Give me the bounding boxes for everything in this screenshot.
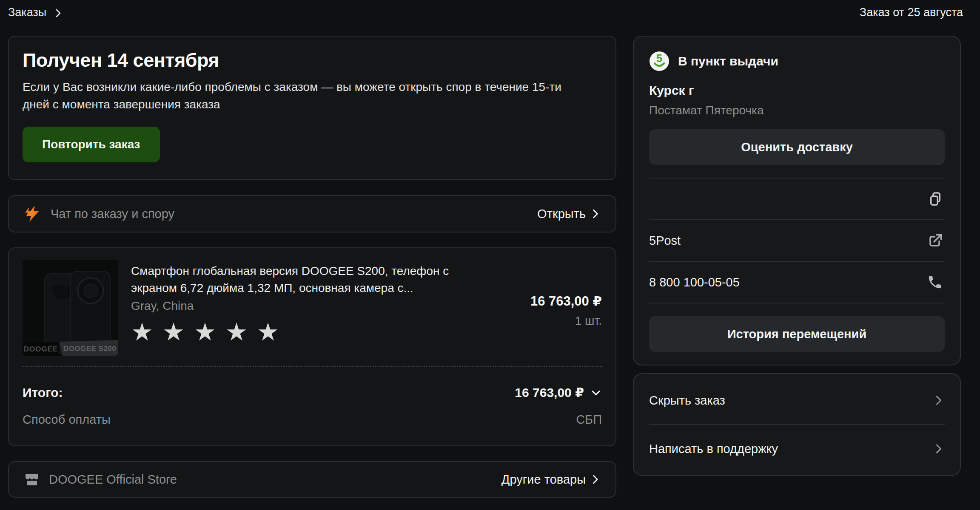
payment-method-label: Способ оплаты xyxy=(23,413,111,427)
chevron-down-icon[interactable] xyxy=(590,387,602,399)
main-column: Получен 14 сентября Если у Вас возникли … xyxy=(8,36,616,498)
5post-logo: 5 xyxy=(649,51,669,71)
copy-icon xyxy=(928,191,943,207)
movement-history-button[interactable]: История перемещений xyxy=(649,316,945,352)
total-row: Итого: 16 763,00 ₽ xyxy=(23,385,602,400)
chevron-right-icon xyxy=(933,443,945,455)
store-row[interactable]: DOOGEE Official Store Другие товары xyxy=(8,461,616,498)
chevron-right-icon xyxy=(590,208,601,219)
phone-number: 8 800 100-05-05 xyxy=(649,275,740,289)
status-card: Получен 14 сентября Если у Вас возникли … xyxy=(8,36,616,180)
phone-row[interactable]: 8 800 100-05-05 xyxy=(649,262,945,303)
phone-icon xyxy=(927,274,943,290)
product-variant: Gray, China xyxy=(131,299,479,313)
call-button[interactable] xyxy=(925,272,945,292)
product-image-model-text: DOOGEE S200 xyxy=(63,345,117,353)
chat-label: Чат по заказу и спору xyxy=(51,207,174,221)
product-card: DOOGEE DOOGEE S200 Смартфон глобальная в… xyxy=(8,247,616,446)
breadcrumb[interactable]: Заказы xyxy=(8,6,63,19)
delivery-status: В пункт выдачи xyxy=(678,54,778,68)
copy-button[interactable] xyxy=(926,190,945,208)
carrier-name: 5Post xyxy=(649,234,681,248)
order-date: Заказ от 25 августа xyxy=(860,6,963,19)
track-number-row xyxy=(649,178,945,219)
sidebar: 5 В пункт выдачи Курск г Постамат Пятеро… xyxy=(633,36,961,476)
order-page: Заказы Заказ от 25 августа Получен 14 се… xyxy=(0,0,980,510)
top-bar: Заказы Заказ от 25 августа xyxy=(8,6,963,19)
product-top: DOOGEE DOOGEE S200 Смартфон глобальная в… xyxy=(23,260,602,356)
chat-row[interactable]: Чат по заказу и спору Открыть xyxy=(8,195,616,232)
external-link-icon xyxy=(928,233,943,248)
hide-order-row[interactable]: Скрыть заказ xyxy=(649,377,945,424)
hide-order-label: Скрыть заказ xyxy=(649,394,725,408)
divider xyxy=(649,303,945,303)
carrier-row[interactable]: 5Post xyxy=(649,220,945,261)
chevron-right-icon xyxy=(590,474,601,485)
rating-stars: ★★★★★ xyxy=(131,317,479,347)
chevron-right-icon xyxy=(933,394,945,406)
product-info: Смартфон глобальная версия DOOGEE S200, … xyxy=(118,260,496,356)
delivery-city: Курск г xyxy=(649,83,945,98)
dotted-divider xyxy=(23,366,602,367)
total-price-toggle[interactable]: 16 763,00 ₽ xyxy=(515,385,602,400)
product-price: 16 763,00 ₽ xyxy=(496,293,602,309)
breadcrumb-label[interactable]: Заказы xyxy=(8,6,46,19)
delivery-point: Постамат Пятерочка xyxy=(649,104,945,117)
product-image[interactable]: DOOGEE DOOGEE S200 xyxy=(23,260,118,356)
carrier-link-button[interactable] xyxy=(926,231,945,250)
product-image-brand-text: DOOGEE xyxy=(24,345,58,353)
product-price-block: 16 763,00 ₽ 1 шт. xyxy=(496,260,602,356)
product-title[interactable]: Смартфон глобальная версия DOOGEE S200, … xyxy=(131,263,479,297)
support-label: Написать в поддержку xyxy=(649,442,778,456)
status-description: Если у Вас возникли какие-либо проблемы … xyxy=(23,78,567,113)
storefront-icon xyxy=(23,471,40,488)
delivery-head: 5 В пункт выдачи xyxy=(649,51,945,71)
store-name: DOOGEE Official Store xyxy=(49,473,177,487)
chat-open-link[interactable]: Открыть xyxy=(537,207,601,221)
svg-text:5: 5 xyxy=(656,52,662,64)
delivery-card: 5 В пункт выдачи Курск г Постамат Пятеро… xyxy=(633,36,961,366)
payment-method-value: СБП xyxy=(576,413,602,427)
total-label: Итого: xyxy=(23,385,63,400)
rate-delivery-button[interactable]: Оценить доставку xyxy=(649,129,945,165)
repeat-order-button[interactable]: Повторить заказ xyxy=(23,127,160,162)
total-price: 16 763,00 ₽ xyxy=(515,385,584,400)
store-products-link[interactable]: Другие товары xyxy=(501,473,601,487)
payment-row: Способ оплаты СБП xyxy=(23,413,602,427)
chevron-right-icon xyxy=(53,8,63,18)
support-row[interactable]: Написать в поддержку xyxy=(649,425,945,473)
lightning-icon xyxy=(23,204,42,223)
actions-card: Скрыть заказ Написать в поддержку xyxy=(633,373,961,476)
product-quantity: 1 шт. xyxy=(496,314,602,328)
status-title: Получен 14 сентября xyxy=(23,49,602,71)
